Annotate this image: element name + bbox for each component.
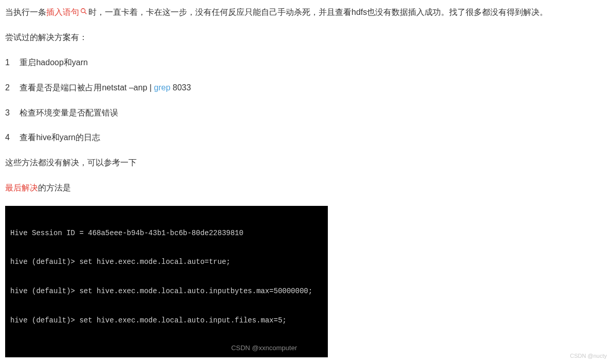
not-solved-paragraph: 这些方法都没有解决，可以参考一下 <box>5 156 597 170</box>
final-highlight: 最后解决 <box>5 183 38 192</box>
list-item-4: 4 查看hive和yarn的日志 <box>5 130 597 145</box>
list-item-1: 1 重启hadoop和yarn <box>5 55 597 70</box>
final-suffix: 的方法是 <box>38 183 71 192</box>
list-num: 3 <box>5 106 17 121</box>
article-content: 当执行一条插入语句时，一直卡着，卡在这一步，没有任何反应只能自己手动杀死，并且查… <box>5 5 607 364</box>
intro-paragraph: 当执行一条插入语句时，一直卡着，卡在这一步，没有任何反应只能自己手动杀死，并且查… <box>5 5 597 20</box>
svg-line-1 <box>85 12 87 14</box>
terminal-line: hive (default)> set hive.exec.mode.local… <box>10 316 323 325</box>
list-num: 2 <box>5 81 17 95</box>
final-paragraph: 最后解决的方法是 <box>5 181 597 196</box>
list-prefix: 查看是否是端口被占用netstat –anp | <box>20 83 154 92</box>
intro-prefix: 当执行一条 <box>5 8 46 16</box>
terminal-watermark: CSDN @xxncomputer <box>231 343 297 353</box>
grep-link[interactable]: grep <box>154 83 171 92</box>
search-icon[interactable] <box>80 5 87 20</box>
list-num: 4 <box>5 130 17 145</box>
intro-highlight[interactable]: 插入语句 <box>46 8 79 16</box>
tried-heading: 尝试过的解决方案有： <box>5 30 597 45</box>
list-item-3: 3 检查环境变量是否配置错误 <box>5 106 597 121</box>
terminal-screenshot: Hive Session ID = 468a5eee-b94b-43b1-bc6… <box>5 206 328 357</box>
list-text: 检查环境变量是否配置错误 <box>20 108 118 117</box>
intro-suffix: 时，一直卡着，卡在这一步，没有任何反应只能自己手动杀死，并且查看hdfs也没有数… <box>88 8 548 16</box>
terminal-line: Hive Session ID = 468a5eee-b94b-43b1-bc6… <box>10 228 323 238</box>
list-num: 1 <box>5 55 17 70</box>
terminal-line: hive (default)> set hive.exec.mode.local… <box>10 257 323 267</box>
list-text: 重启hadoop和yarn <box>20 58 88 67</box>
terminal-line: hive (default)> set hive.exec.mode.local… <box>10 286 323 296</box>
list-suffix: 8033 <box>171 83 191 92</box>
list-text: 查看hive和yarn的日志 <box>20 133 100 142</box>
svg-point-0 <box>81 9 85 13</box>
footer-watermark: CSDN @nucty <box>570 351 607 361</box>
list-item-2: 2 查看是否是端口被占用netstat –anp | grep 8033 <box>5 81 597 95</box>
